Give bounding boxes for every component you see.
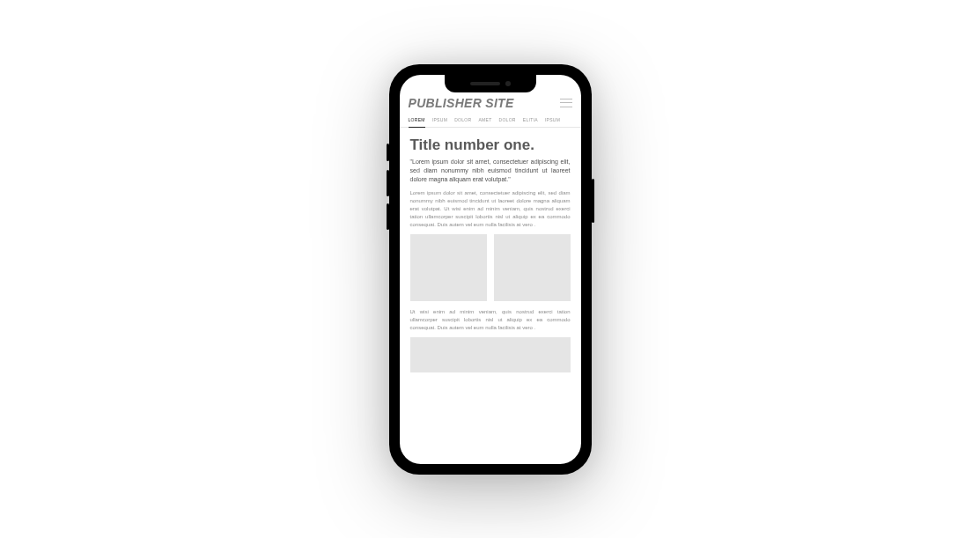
tab-ipsum-2[interactable]: IPSUM xyxy=(545,114,560,127)
phone-side-button xyxy=(387,144,389,161)
phone-side-button xyxy=(592,179,594,223)
tab-lorem[interactable]: LOREM xyxy=(409,114,425,127)
phone-notch xyxy=(445,75,536,92)
nav-tabs: LOREM IPSUM DOLOR AMET DOLOR ELITIA IPSU… xyxy=(400,114,581,128)
image-row xyxy=(410,234,571,301)
article: Title number one. "Lorem ipsum dolor sit… xyxy=(400,128,581,372)
phone-camera xyxy=(505,81,511,86)
tab-amet[interactable]: AMET xyxy=(478,114,491,127)
phone-screen: PUBLISHER SITE LOREM IPSUM DOLOR AMET DO… xyxy=(400,75,581,464)
article-lead: "Lorem ipsum dolor sit amet, consectetue… xyxy=(410,158,571,184)
site-content: PUBLISHER SITE LOREM IPSUM DOLOR AMET DO… xyxy=(400,75,581,464)
phone-speaker xyxy=(470,82,500,85)
image-placeholder xyxy=(494,234,571,301)
article-title: Title number one. xyxy=(410,136,571,154)
image-placeholder-wide xyxy=(410,337,571,372)
site-title: PUBLISHER SITE xyxy=(409,96,514,110)
phone-side-button xyxy=(387,170,389,196)
hamburger-menu-icon[interactable] xyxy=(560,99,572,107)
phone-side-button xyxy=(387,203,389,230)
tab-ipsum[interactable]: IPSUM xyxy=(432,114,447,127)
tab-dolor[interactable]: DOLOR xyxy=(454,114,471,127)
article-paragraph: Ut wisi enim ad minim veniam, quis nostr… xyxy=(410,308,571,332)
phone-frame: PUBLISHER SITE LOREM IPSUM DOLOR AMET DO… xyxy=(389,64,592,475)
article-paragraph: Lorem ipsum dolor sit amet, consectetuer… xyxy=(410,189,571,229)
site-header: PUBLISHER SITE xyxy=(400,96,581,114)
tab-elitia[interactable]: ELITIA xyxy=(523,114,538,127)
tab-dolor-2[interactable]: DOLOR xyxy=(499,114,516,127)
image-placeholder xyxy=(410,234,487,301)
